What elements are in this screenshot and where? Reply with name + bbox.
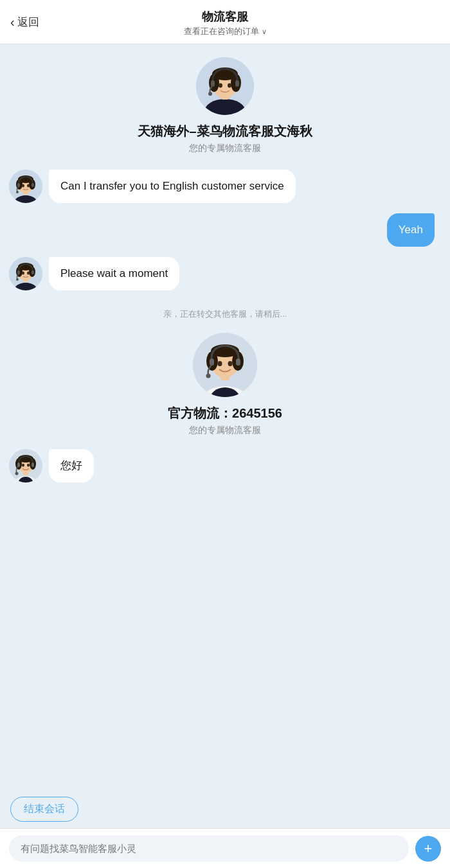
end-session-button[interactable]: 结束会话 xyxy=(10,797,78,822)
agent2-avatar xyxy=(193,333,257,397)
agent1-name: 天猫海外–菜鸟物流客服文海秋 xyxy=(138,123,312,140)
svg-point-48 xyxy=(228,361,233,366)
back-button[interactable]: ‹ 返回 xyxy=(10,15,39,30)
chat-input[interactable] xyxy=(9,835,409,862)
svg-point-46 xyxy=(206,373,211,378)
svg-point-33 xyxy=(16,278,19,281)
agent1-avatar-small xyxy=(9,170,42,203)
svg-point-10 xyxy=(219,84,222,88)
svg-point-60 xyxy=(22,463,24,466)
message-row: Please wait a moment xyxy=(9,257,441,290)
message-bubble: Yeah xyxy=(387,213,435,247)
svg-rect-32 xyxy=(32,270,34,274)
agent2-avatar-small xyxy=(9,449,42,483)
message-row: Can I transfer you to English customer s… xyxy=(9,170,441,203)
svg-point-47 xyxy=(218,361,222,366)
svg-rect-20 xyxy=(32,183,34,187)
agent2-subtitle: 您的专属物流客服 xyxy=(189,425,261,436)
agent1-avatar-small2 xyxy=(9,257,42,290)
svg-point-34 xyxy=(22,271,24,274)
chevron-down-icon: ∨ xyxy=(262,28,267,36)
agent1-subtitle: 您的专属物流客服 xyxy=(189,143,261,154)
svg-point-59 xyxy=(15,472,19,475)
chat-container: 天猫海外–菜鸟物流客服文海秋 您的专属物流客服 xyxy=(0,44,450,788)
transfer-notice: 亲，正在转交其他客服，请稍后... xyxy=(9,308,441,320)
svg-point-23 xyxy=(27,184,30,188)
message-bubble: Can I transfer you to English customer s… xyxy=(49,170,296,203)
add-button[interactable]: + xyxy=(415,836,441,862)
end-session-area: 结束会话 xyxy=(0,788,450,828)
plus-icon: + xyxy=(424,842,433,856)
svg-rect-58 xyxy=(32,463,34,467)
input-bar: + xyxy=(0,828,450,868)
svg-point-22 xyxy=(22,184,24,188)
svg-point-9 xyxy=(208,92,212,96)
header-subtitle[interactable]: 查看正在咨询的订单 ∨ xyxy=(0,26,450,37)
agent1-intro: 天猫海外–菜鸟物流客服文海秋 您的专属物流客服 xyxy=(9,57,441,154)
svg-rect-44 xyxy=(210,359,214,366)
agent2-intro: 官方物流：2645156 您的专属物流客服 xyxy=(9,333,441,436)
svg-rect-45 xyxy=(236,359,240,366)
back-arrow-icon: ‹ xyxy=(10,15,15,30)
back-label: 返回 xyxy=(17,15,39,30)
header: ‹ 返回 物流客服 查看正在咨询的订单 ∨ xyxy=(0,0,450,44)
svg-point-21 xyxy=(16,191,19,193)
message-row: Yeah xyxy=(9,213,441,247)
page-title: 物流客服 xyxy=(0,9,450,24)
message-row: 您好 xyxy=(9,449,441,483)
agent2-name: 官方物流：2645156 xyxy=(168,405,282,422)
svg-point-11 xyxy=(228,84,231,88)
agent1-avatar xyxy=(196,57,254,115)
greeting-bubble: 您好 xyxy=(49,449,94,483)
subtitle-text: 查看正在咨询的订单 xyxy=(184,26,259,37)
svg-point-61 xyxy=(27,463,30,466)
svg-rect-8 xyxy=(235,80,239,87)
svg-point-35 xyxy=(27,271,30,274)
message-bubble: Please wait a moment xyxy=(49,257,179,290)
